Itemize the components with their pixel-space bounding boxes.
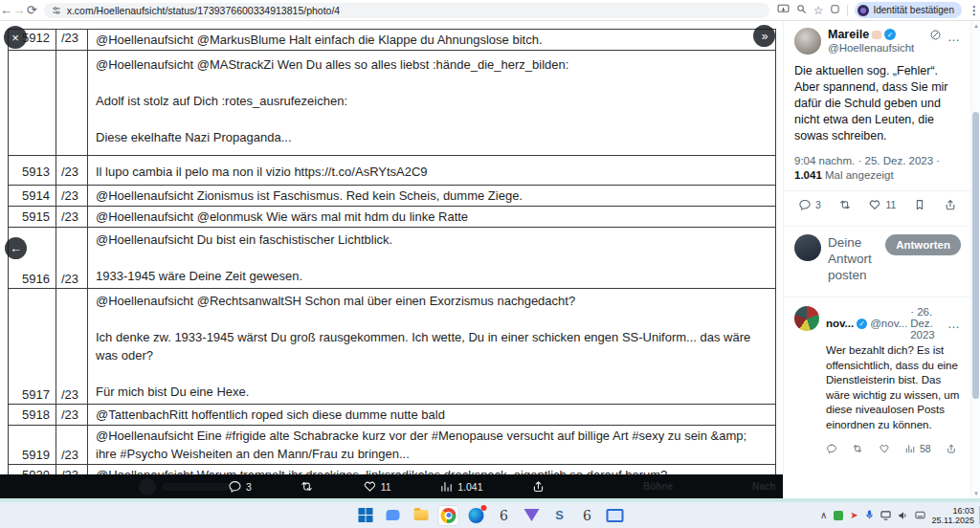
row-text: @Hoellenaufsicht Eine #frigide alte Scha… bbox=[88, 426, 775, 464]
tweet-detail-sidebar: Mareile ✓ @Hoellenaufsicht … Die aktuell… bbox=[783, 21, 970, 498]
taskbar-app-icon-2[interactable] bbox=[523, 506, 542, 525]
close-photo-button[interactable]: × bbox=[4, 26, 27, 49]
site-settings-icon[interactable] bbox=[52, 6, 61, 15]
grok-icon[interactable] bbox=[929, 28, 942, 45]
row-text: @Hoellenaufsicht Zionismus ist Faschismu… bbox=[88, 186, 775, 206]
previous-photo-button[interactable]: ← bbox=[5, 237, 27, 259]
reply-author-handle[interactable]: @nov... bbox=[870, 318, 907, 329]
retweet-icon bbox=[852, 443, 863, 454]
photo-of-table[interactable]: 5912/23@Hoellenaufsicht @MarkusBlume Hal… bbox=[8, 29, 776, 486]
action-reply-button[interactable]: 3 bbox=[228, 479, 252, 494]
bookmark-icon bbox=[913, 198, 926, 211]
tweet-author-avatar[interactable] bbox=[794, 28, 821, 55]
tray-microphone-icon[interactable] bbox=[865, 510, 874, 520]
clock-date: 25.11.2025 bbox=[932, 516, 974, 525]
action-share-button[interactable] bbox=[946, 443, 957, 454]
own-avatar bbox=[794, 234, 821, 261]
row-paragraph: @Hoellenaufsicht @MAStrackZi Wen Du alle… bbox=[96, 55, 769, 74]
reply-author-avatar[interactable] bbox=[794, 306, 819, 331]
action-retweet-button[interactable] bbox=[300, 479, 314, 494]
start-button[interactable] bbox=[356, 506, 375, 525]
action-views-button[interactable]: 1.041 bbox=[439, 479, 482, 494]
browser-menu-icon[interactable]: ⋮ bbox=[969, 0, 980, 21]
tray-chevron-icon[interactable]: ∧ bbox=[820, 510, 827, 520]
action-retweet-button[interactable] bbox=[852, 443, 863, 454]
taskbar-app-icon-1[interactable]: 6 bbox=[495, 506, 514, 525]
row-page-fraction: /23 bbox=[56, 426, 88, 464]
action-heart-button[interactable] bbox=[879, 443, 890, 454]
retweet-icon bbox=[838, 198, 852, 211]
action-share-button[interactable] bbox=[944, 198, 957, 211]
taskbar-file-explorer-icon[interactable] bbox=[412, 506, 431, 525]
zoom-icon[interactable] bbox=[796, 0, 807, 21]
tray-display-icon[interactable] bbox=[880, 511, 891, 520]
reply-composer[interactable]: Deine Antwort posten Antworten bbox=[794, 227, 961, 289]
toolbar-separator bbox=[847, 5, 848, 16]
extension-icon[interactable] bbox=[830, 0, 840, 21]
url-text[interactable]: x.com/Hoellenaufsicht/status/17393766003… bbox=[67, 5, 340, 16]
tweet-author-name[interactable]: Mareile bbox=[828, 28, 869, 41]
row-page-fraction: /23 bbox=[56, 207, 88, 227]
tray-cursor-icon[interactable]: ➤ bbox=[850, 510, 858, 520]
page-scrollbar[interactable]: ▲ ▼ bbox=[970, 21, 980, 498]
tweet-body-text: Die aktuellen sog. „Fehler“. Aber spanne… bbox=[794, 63, 961, 144]
row-page-fraction: /23 bbox=[56, 186, 88, 206]
action-heart-button[interactable]: 11 bbox=[868, 198, 896, 211]
tray-keyboard-icon[interactable] bbox=[915, 511, 925, 519]
taskbar-app-icon-3[interactable]: S bbox=[550, 506, 569, 525]
save-page-icon[interactable] bbox=[777, 0, 790, 21]
row-page-fraction: /23 bbox=[56, 30, 88, 50]
reply-placeholder[interactable]: Deine Antwort posten bbox=[828, 234, 879, 283]
reply-tweet[interactable]: nov... ✓ @nov... · 26. Dez. 2023 … Wer b… bbox=[794, 297, 961, 461]
share-icon bbox=[531, 479, 546, 494]
row-paragraph: Ich denke zw. 1933-1945 wärst Du groß ra… bbox=[96, 328, 769, 364]
action-reply-button[interactable] bbox=[826, 443, 837, 454]
reply-submit-button[interactable]: Antworten bbox=[885, 234, 961, 255]
scroll-up-icon[interactable]: ▲ bbox=[971, 23, 980, 29]
taskbar-chrome-icon[interactable] bbox=[439, 506, 458, 525]
reply-date: · 26. Dez. 2023 bbox=[910, 306, 945, 341]
identity-extension-label: Identität bestätigen bbox=[873, 5, 954, 15]
back-icon[interactable]: ← bbox=[0, 0, 12, 21]
forward-icon[interactable]: → bbox=[12, 0, 25, 21]
row-paragraph: @Hoellenaufsicht @MarkusBlume Halt einfa… bbox=[96, 31, 769, 49]
windows-taskbar: 6 S 6 ∧ ➤ 16:03 bbox=[0, 502, 980, 528]
taskbar-app-icon-4[interactable]: 6 bbox=[578, 506, 597, 525]
tweet-views-suffix: Mal angezeigt bbox=[822, 169, 894, 181]
next-photo-button[interactable]: » bbox=[753, 25, 775, 47]
reply-author-name[interactable]: nov... bbox=[826, 318, 854, 329]
taskbar-clock[interactable]: 16:03 25.11.2025 bbox=[932, 506, 974, 525]
scrollbar-thumb[interactable] bbox=[972, 112, 979, 399]
dimmed-avatar bbox=[139, 478, 156, 495]
taskbar-chat-icon[interactable] bbox=[384, 506, 403, 525]
action-reply-button[interactable]: 3 bbox=[798, 198, 821, 211]
action-views-button[interactable]: 58 bbox=[904, 443, 931, 454]
reply-more-icon[interactable]: … bbox=[947, 317, 961, 331]
tweet-action-bar: 311 bbox=[794, 191, 961, 218]
reload-icon[interactable]: ⟳ bbox=[25, 0, 37, 21]
action-share-button[interactable] bbox=[531, 479, 546, 494]
bookmark-star-icon[interactable]: ☆ bbox=[813, 0, 824, 21]
identity-extension-icon bbox=[858, 5, 869, 16]
dimmed-label: Nach bbox=[752, 481, 775, 492]
action-bookmark-button[interactable] bbox=[913, 198, 926, 211]
dimmed-author-name bbox=[163, 483, 230, 491]
tweet-author-handle[interactable]: @Hoellenaufsicht bbox=[828, 42, 923, 54]
action-count: 11 bbox=[885, 199, 896, 210]
action-heart-button[interactable]: 11 bbox=[363, 479, 391, 494]
heart-icon bbox=[868, 198, 881, 211]
scroll-down-icon[interactable]: ▼ bbox=[971, 491, 980, 496]
row-page-fraction: /23 bbox=[56, 405, 88, 425]
taskbar-app-icon-5[interactable] bbox=[606, 506, 625, 525]
address-bar[interactable]: x.com/Hoellenaufsicht/status/17393766003… bbox=[44, 3, 769, 18]
reply-icon bbox=[826, 443, 837, 454]
tray-volume-icon[interactable] bbox=[898, 511, 908, 520]
row-text: Il lupo cambia il pelo ma non il vizio h… bbox=[88, 156, 775, 185]
action-retweet-button[interactable] bbox=[838, 198, 852, 211]
browser-toolbar: ← → ⟳ x.com/Hoellenaufsicht/status/17393… bbox=[0, 0, 980, 21]
row-paragraph: Diese ekelhafte Nazi Propaganda... bbox=[96, 128, 769, 146]
tray-app-icon[interactable] bbox=[834, 511, 843, 520]
tweet-more-icon[interactable]: … bbox=[947, 30, 961, 44]
identity-extension-button[interactable]: Identität bestätigen bbox=[855, 2, 962, 18]
taskbar-edge-icon[interactable] bbox=[467, 506, 486, 525]
